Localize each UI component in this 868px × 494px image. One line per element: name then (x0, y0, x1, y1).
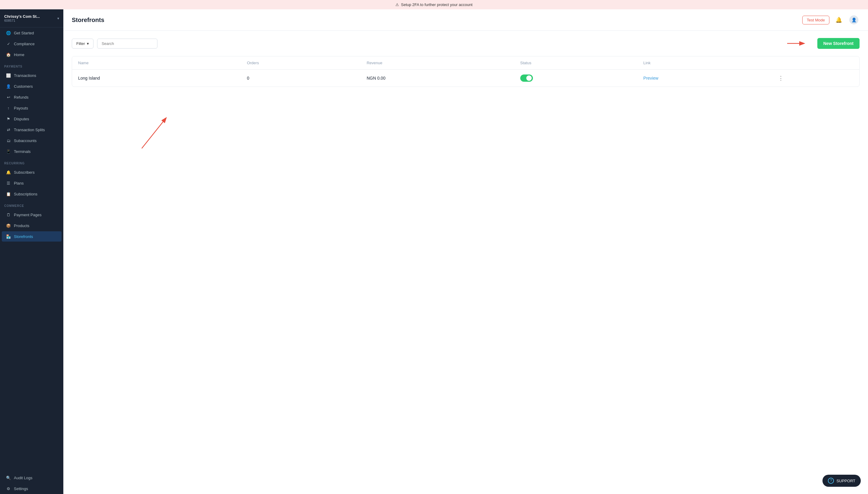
preview-link[interactable]: Preview (643, 76, 658, 80)
sidebar-item-get-started[interactable]: 🌐 Get Started (2, 28, 61, 38)
check-icon: ✓ (6, 41, 11, 46)
sidebar-item-label: Refunds (14, 95, 28, 99)
sidebar-item-home[interactable]: 🏠 Home (2, 50, 61, 60)
sidebar-item-label: Storefronts (14, 234, 33, 239)
col-status: Status (514, 56, 637, 70)
toolbar-left: Filter ▾ (72, 39, 157, 49)
storefront-link[interactable]: Preview (637, 70, 772, 87)
page-title: Storefronts (72, 17, 104, 23)
storefront-orders: 0 (241, 70, 361, 87)
sidebar: Chrissy's Com St... 608571 ▾ 🌐 Get Start… (0, 10, 63, 494)
sidebar-item-label: Subscriptions (14, 192, 37, 196)
account-name: Chrissy's Com St... (4, 14, 40, 19)
sidebar-item-settings[interactable]: ⚙ Settings (2, 483, 61, 494)
sidebar-item-subaccounts[interactable]: 🗂 Subaccounts (2, 135, 61, 146)
transactions-icon: ⬜ (6, 73, 11, 78)
disputes-icon: ⚑ (6, 116, 11, 121)
sidebar-item-payment-pages[interactable]: 🗒 Payment Pages (2, 210, 61, 220)
sidebar-item-plans[interactable]: ☰ Plans (2, 178, 61, 188)
new-storefront-button[interactable]: New Storefront (817, 38, 860, 49)
sidebar-item-payouts[interactable]: ↑ Payouts (2, 103, 61, 113)
payouts-icon: ↑ (6, 106, 11, 110)
sidebar-item-label: Transaction Splits (14, 128, 45, 132)
sidebar-item-label: Terminals (14, 149, 31, 154)
sidebar-item-subscribers[interactable]: 🔔 Subscribers (2, 167, 61, 177)
sidebar-item-compliance[interactable]: ✓ Compliance (2, 39, 61, 49)
sidebar-item-label: Payouts (14, 106, 28, 110)
globe-icon: 🌐 (6, 31, 11, 35)
storefront-revenue: NGN 0.00 (361, 70, 514, 87)
payment-pages-icon: 🗒 (6, 212, 11, 217)
sidebar-item-storefronts[interactable]: 🏪 Storefronts (2, 231, 61, 242)
filter-label: Filter (76, 41, 85, 46)
sidebar-item-label: Products (14, 224, 29, 228)
col-actions (772, 56, 859, 70)
commerce-section-label: COMMERCE (0, 200, 63, 209)
toggle-slider (520, 75, 533, 82)
svg-line-3 (142, 118, 166, 148)
account-info: Chrissy's Com St... 608571 (4, 14, 40, 22)
sidebar-item-disputes[interactable]: ⚑ Disputes (2, 114, 61, 124)
notifications-button[interactable]: 🔔 (834, 15, 843, 24)
account-switcher[interactable]: Chrissy's Com St... 608571 ▾ (0, 10, 63, 27)
chevron-down-icon: ▾ (57, 16, 59, 20)
col-name: Name (72, 56, 241, 70)
header-actions: Test Mode 🔔 👤 (802, 14, 860, 26)
subaccounts-icon: 🗂 (6, 138, 11, 143)
arrow-to-new-storefront (787, 39, 811, 48)
account-id: 608571 (4, 19, 40, 22)
sidebar-item-subscriptions[interactable]: 📋 Subscriptions (2, 189, 61, 199)
support-button[interactable]: ? SUPPORT (823, 475, 861, 487)
user-menu-button[interactable]: 👤 (848, 14, 860, 26)
main-content: Storefronts Test Mode 🔔 👤 Filter ▾ (63, 10, 868, 494)
sidebar-item-refunds[interactable]: ↩ Refunds (2, 92, 61, 102)
toolbar: Filter ▾ New Storefro (72, 38, 860, 49)
payments-section-label: PAYMENTS (0, 60, 63, 70)
home-icon: 🏠 (6, 52, 11, 57)
subscribers-icon: 🔔 (6, 170, 11, 175)
sidebar-item-label: Get Started (14, 31, 34, 35)
test-mode-button[interactable]: Test Mode (802, 16, 829, 24)
subscriptions-icon: 📋 (6, 191, 11, 196)
refunds-icon: ↩ (6, 95, 11, 99)
splits-icon: ⇄ (6, 127, 11, 132)
storefronts-table: Name Orders Revenue Status Link Long Isl… (72, 56, 860, 87)
sidebar-item-label: Settings (14, 487, 28, 491)
banner-text: Setup 2FA to further protect your accoun… (401, 2, 472, 7)
chevron-down-icon: ▾ (87, 41, 89, 46)
plans-icon: ☰ (6, 180, 11, 186)
arrow-to-long-island (142, 109, 142, 110)
main-header: Storefronts Test Mode 🔔 👤 (63, 10, 868, 31)
sidebar-item-label: Home (14, 53, 24, 57)
more-options-icon[interactable]: ⋮ (778, 75, 784, 81)
sidebar-item-audit-logs[interactable]: 🔍 Audit Logs (2, 473, 61, 483)
col-revenue: Revenue (361, 56, 514, 70)
search-input[interactable] (97, 39, 157, 49)
row-more-actions[interactable]: ⋮ (772, 70, 859, 87)
terminals-icon: 📱 (6, 149, 11, 154)
storefront-name: Long Island (72, 70, 241, 87)
storefronts-icon: 🏪 (6, 234, 11, 239)
bell-icon: 🔔 (835, 17, 842, 23)
filter-button[interactable]: Filter ▾ (72, 39, 94, 49)
sidebar-item-terminals[interactable]: 📱 Terminals (2, 146, 61, 156)
content-area: Filter ▾ New Storefro (63, 31, 868, 494)
warning-icon: ⚠ (396, 2, 399, 7)
sidebar-item-transaction-splits[interactable]: ⇄ Transaction Splits (2, 125, 61, 135)
sidebar-item-label: Subaccounts (14, 138, 37, 143)
sidebar-item-label: Audit Logs (14, 476, 32, 480)
sidebar-item-label: Transactions (14, 73, 36, 78)
status-toggle[interactable] (520, 75, 533, 82)
sidebar-item-label: Plans (14, 181, 24, 186)
security-banner: ⚠ Setup 2FA to further protect your acco… (0, 0, 868, 10)
storefront-status[interactable] (514, 70, 637, 87)
sidebar-item-transactions[interactable]: ⬜ Transactions (2, 70, 61, 80)
customers-icon: 👤 (6, 84, 11, 89)
table-header-row: Name Orders Revenue Status Link (72, 56, 859, 70)
sidebar-item-label: Disputes (14, 117, 29, 121)
col-link: Link (637, 56, 772, 70)
settings-icon: ⚙ (6, 486, 11, 491)
data-table: Name Orders Revenue Status Link Long Isl… (72, 56, 859, 87)
sidebar-item-customers[interactable]: 👤 Customers (2, 81, 61, 91)
sidebar-item-products[interactable]: 📦 Products (2, 221, 61, 231)
